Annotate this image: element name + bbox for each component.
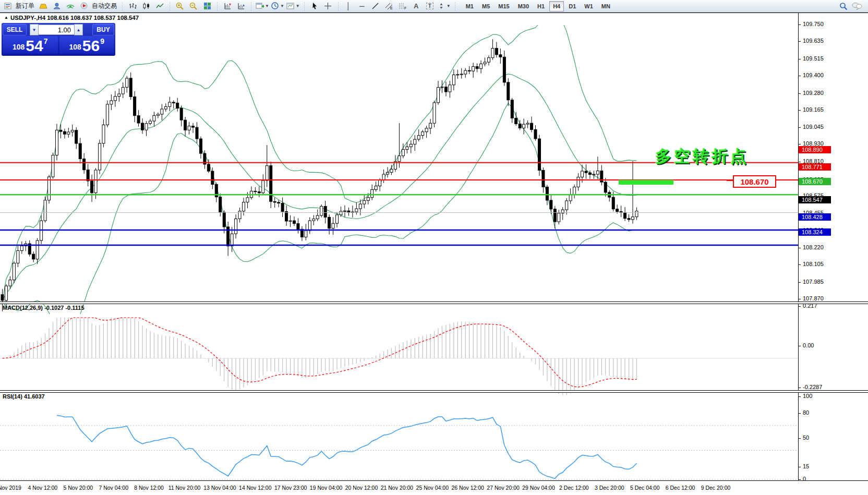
- tf-mn[interactable]: MN: [598, 1, 614, 11]
- tf-m5[interactable]: M5: [478, 1, 493, 11]
- text-button[interactable]: A: [410, 1, 423, 12]
- gold-icon: [39, 3, 47, 10]
- cursor-icon: [311, 2, 318, 10]
- rsi-panel[interactable]: [0, 404, 798, 493]
- cursor-button[interactable]: [308, 1, 321, 12]
- time-axis-label: 17 Nov 23:00: [274, 485, 307, 491]
- periods-button[interactable]: ▼: [271, 1, 285, 12]
- buy-button[interactable]: BUY: [92, 24, 114, 35]
- toolbar: 新订单 自动交易: [0, 0, 868, 13]
- equidistant-channel-button[interactable]: E: [383, 1, 395, 12]
- tf-h4[interactable]: H4: [549, 1, 564, 11]
- search-button[interactable]: [837, 1, 850, 12]
- text-label-icon: T: [426, 3, 433, 9]
- indicator-window-button[interactable]: [221, 1, 234, 12]
- tf-m1[interactable]: M1: [462, 1, 477, 11]
- volume-increase-button[interactable]: ▲: [74, 24, 83, 35]
- indicator-list-button[interactable]: [235, 1, 247, 12]
- buy-price-prefix: 108: [69, 43, 81, 51]
- price-axis-label: 108.105: [803, 261, 824, 267]
- volume-decrease-button[interactable]: ▼: [30, 24, 39, 35]
- axis-tick: [798, 144, 801, 144]
- price-axis-label: 100: [803, 393, 812, 399]
- time-axis-label: 9 Dec 20:00: [701, 485, 731, 491]
- price-badge: 108.670: [799, 178, 831, 185]
- time-axis-label: 8 Nov 12:00: [134, 485, 164, 491]
- buy-price-main: 56: [82, 39, 100, 53]
- signals-icon: [66, 2, 75, 10]
- crosshair-button[interactable]: [322, 1, 334, 12]
- gold-button[interactable]: [37, 1, 50, 12]
- chevron-down-icon: ▼: [296, 4, 300, 8]
- axis-tick: [798, 25, 801, 25]
- chat-button[interactable]: [851, 1, 863, 12]
- fibonacci-button[interactable]: F: [396, 1, 409, 12]
- price-level-box[interactable]: 108.670: [733, 175, 776, 188]
- volume-input[interactable]: [39, 25, 74, 35]
- chart-templates-button[interactable]: ▼: [286, 1, 300, 12]
- autotrading-button[interactable]: [78, 1, 90, 12]
- time-axis-label: 27 Nov 20:00: [487, 485, 519, 491]
- time-axis-label: 11 Nov 20:00: [168, 485, 201, 491]
- chevron-down-icon: ▼: [447, 4, 451, 8]
- price-badge: 108.428: [799, 213, 831, 221]
- timeframe-toolbar: M1 M5 M15 M30 H1 H4 D1 W1 MN: [462, 1, 614, 11]
- axis-tick: [798, 299, 801, 299]
- collapse-triangle-icon[interactable]: ▲: [4, 15, 8, 20]
- tf-h1[interactable]: H1: [534, 1, 548, 11]
- text-label-button[interactable]: T: [424, 1, 436, 12]
- axis-tick: [798, 248, 801, 248]
- tile-windows-button[interactable]: [201, 1, 213, 12]
- axis-tick: [798, 388, 801, 388]
- sell-price-main: 54: [26, 39, 43, 53]
- trendline-button[interactable]: [369, 1, 382, 12]
- zoom-in-button[interactable]: [174, 1, 186, 12]
- arrows-button[interactable]: ▼: [437, 1, 451, 12]
- price-axis-label: 109.165: [803, 106, 824, 113]
- tf-m30[interactable]: M30: [514, 1, 533, 11]
- toolbar-grip: [250, 2, 252, 10]
- time-axis-label: 20 Nov 12:00: [345, 485, 378, 491]
- buy-price-display[interactable]: 108 56 9: [59, 36, 115, 54]
- macd-splitter[interactable]: [0, 301, 868, 304]
- candlestick-chart-icon: [142, 2, 150, 10]
- community-button[interactable]: [51, 1, 63, 12]
- tf-d1[interactable]: D1: [565, 1, 580, 11]
- chinese-annotation: 多空转折点: [655, 146, 749, 167]
- time-axis-label: 21 Nov 20:00: [381, 485, 413, 491]
- equidistant-channel-icon: E: [385, 2, 393, 10]
- macd-panel[interactable]: [0, 316, 798, 403]
- vertical-line-button[interactable]: │: [342, 1, 355, 12]
- mt4-window: 新订单 自动交易: [0, 0, 868, 495]
- macd-signal-line: [3, 318, 637, 387]
- zoom-out-button[interactable]: [187, 1, 200, 12]
- price-axis-label: 50: [803, 434, 809, 441]
- rsi-splitter[interactable]: [0, 390, 868, 393]
- price-axis-label: 109.750: [803, 21, 824, 27]
- green-highlight-bar[interactable]: [619, 180, 673, 185]
- sell-button[interactable]: SELL: [3, 24, 27, 35]
- sell-price-display[interactable]: 108 54 7: [3, 36, 58, 54]
- horizontal-line-button[interactable]: ─: [356, 1, 368, 12]
- price-badge: 108.890: [799, 146, 831, 153]
- toolbar-grip: [303, 2, 306, 10]
- main-chart[interactable]: [0, 25, 798, 314]
- tf-w1[interactable]: W1: [581, 1, 597, 11]
- autotrading-icon: [80, 2, 88, 10]
- new-order-label[interactable]: 新订单: [15, 2, 37, 10]
- bar-chart-button[interactable]: [126, 1, 139, 12]
- axis-tick: [798, 413, 801, 414]
- time-axis[interactable]: 1 Nov 20194 Nov 12:005 Nov 20:007 Nov 04…: [0, 481, 868, 495]
- line-chart-button[interactable]: [153, 1, 166, 12]
- signals-button[interactable]: [64, 1, 77, 12]
- price-axis-label: 0.217: [803, 303, 817, 309]
- time-axis-label: 4 Nov 12:00: [28, 485, 58, 491]
- panel-border: [0, 13, 868, 13]
- candlestick-chart-button[interactable]: [140, 1, 152, 12]
- add-indicator-button[interactable]: ▼: [255, 1, 270, 12]
- new-order-button[interactable]: [2, 1, 14, 12]
- time-axis-label: 7 Nov 04:00: [99, 485, 128, 491]
- autotrading-label[interactable]: 自动交易: [91, 2, 119, 10]
- tf-m15[interactable]: M15: [495, 1, 513, 11]
- axis-tick: [798, 467, 801, 467]
